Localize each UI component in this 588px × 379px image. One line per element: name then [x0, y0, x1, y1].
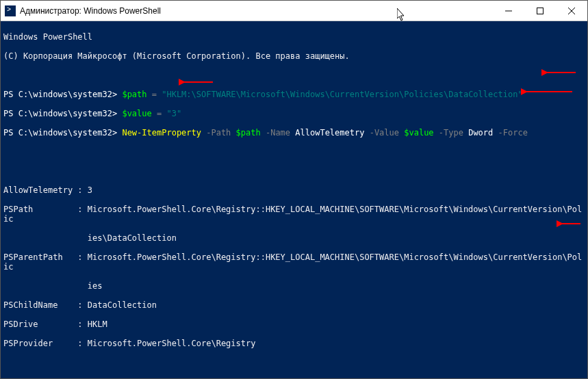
opt-type: -Type	[434, 128, 469, 138]
blank-line	[3, 166, 585, 176]
blank-line	[3, 358, 585, 367]
powershell-icon	[5, 5, 16, 16]
prompt: PS C:\windows\system32>	[3, 109, 117, 118]
variable-value: $value	[404, 128, 433, 138]
variable-value: $value	[122, 109, 151, 118]
equals: =	[152, 109, 167, 118]
maximize-button[interactable]	[524, 1, 556, 21]
string-value: "3"	[166, 109, 181, 118]
svg-rect-1	[537, 8, 544, 14]
variable-path: $path	[122, 90, 146, 99]
window-title: Администратор: Windows PowerShell	[20, 6, 493, 16]
opt-force: -Force	[493, 128, 528, 138]
output-line: PSDrive : HKLM	[3, 319, 585, 329]
name-value: AllowTelemetry	[295, 128, 364, 138]
titlebar: Администратор: Windows PowerShell	[1, 1, 587, 21]
string-value: "HKLM:\SOFTWARE\Microsoft\Windows\Curren…	[162, 90, 522, 99]
output-line: PSProvider : Microsoft.PowerShell.Core\R…	[3, 339, 585, 348]
blank-line	[3, 377, 585, 378]
terminal-copyright: (C) Корпорация Майкрософт (Microsoft Cor…	[3, 51, 585, 61]
close-button[interactable]	[556, 1, 587, 21]
powershell-window: Администратор: Windows PowerShell Window…	[0, 0, 588, 379]
terminal-pane[interactable]: Windows PowerShell (C) Корпорация Майкро…	[1, 21, 587, 378]
blank-line	[3, 70, 585, 80]
type-value: Dword	[468, 128, 493, 138]
terminal-header: Windows PowerShell	[3, 32, 585, 42]
window-controls	[493, 1, 587, 21]
minimize-button[interactable]	[493, 1, 524, 21]
prompt: PS C:\windows\system32>	[3, 90, 117, 99]
output-line: ies\DataCollection	[3, 233, 585, 243]
variable-path: $path	[236, 128, 261, 138]
output-line: AllowTelemetry : 3	[3, 185, 585, 195]
prompt: PS C:\windows\system32>	[3, 128, 117, 138]
opt-path: -Path	[201, 128, 236, 138]
equals: =	[147, 90, 162, 99]
command-line-1: PS C:\windows\system32> $path = "HKLM:\S…	[3, 90, 585, 99]
command-line-2: PS C:\windows\system32> $value = "3"	[3, 109, 585, 118]
output-line: ies	[3, 281, 585, 291]
blank-line	[3, 147, 585, 157]
output-line: PSParentPath : Microsoft.PowerShell.Core…	[3, 252, 585, 272]
cmdlet-name: New-ItemProperty	[122, 128, 201, 138]
opt-value: -Value	[364, 128, 404, 138]
output-line: PSPath : Microsoft.PowerShell.Core\Regis…	[3, 205, 585, 224]
output-line: PSChildName : DataCollection	[3, 300, 585, 310]
command-line-3: PS C:\windows\system32> New-ItemProperty…	[3, 128, 585, 138]
opt-name: -Name	[261, 128, 296, 138]
